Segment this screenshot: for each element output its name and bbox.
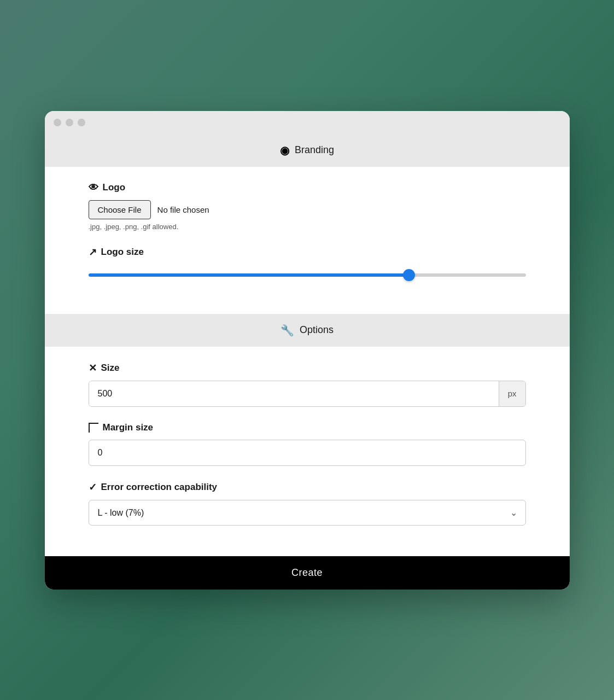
branding-icon: ◉ <box>280 144 289 157</box>
file-hint: .jpg, .jpeg, .png, .gif allowed. <box>89 223 526 231</box>
size-input-wrapper: px <box>89 381 526 407</box>
margin-icon <box>89 423 98 433</box>
error-correction-label-text: Error correction capability <box>101 482 218 493</box>
window-chrome <box>45 111 570 134</box>
size-label-text: Size <box>101 363 120 374</box>
choose-file-button[interactable]: Choose File <box>89 200 151 219</box>
error-correction-select[interactable]: L - low (7%) M - medium (15%) Q - quarti… <box>89 500 526 526</box>
logo-field-group: 👁 Logo Choose File No file chosen .jpg, … <box>89 182 526 231</box>
margin-size-label: Margin size <box>89 422 526 433</box>
slider-container <box>89 265 526 283</box>
logo-size-slider[interactable] <box>89 273 526 277</box>
branding-section-header: ◉ Branding <box>45 134 570 167</box>
eye-icon: 👁 <box>89 182 98 194</box>
logo-size-label-text: Logo size <box>101 247 144 258</box>
error-correction-field-group: ✓ Error correction capability L - low (7… <box>89 481 526 526</box>
content-area: 👁 Logo Choose File No file chosen .jpg, … <box>45 167 570 314</box>
no-file-text: No file chosen <box>157 205 209 214</box>
create-button[interactable]: Create <box>45 556 570 590</box>
size-field-group: ✕ Size px <box>89 362 526 407</box>
options-title: Options <box>300 324 334 336</box>
main-window: ◉ Branding 👁 Logo Choose File No file ch… <box>45 111 570 590</box>
options-content-area: ✕ Size px Margin size ✓ <box>45 347 570 556</box>
logo-label-text: Logo <box>103 182 126 193</box>
error-correction-label: ✓ Error correction capability <box>89 481 526 493</box>
window-dot-minimize <box>66 119 73 126</box>
margin-size-label-text: Margin size <box>103 422 154 433</box>
wrench-icon: 🔧 <box>280 324 294 337</box>
branding-title: Branding <box>295 144 334 156</box>
window-dot-close <box>54 119 61 126</box>
logo-size-label: ↗ Logo size <box>89 246 526 258</box>
error-correction-select-wrapper: L - low (7%) M - medium (15%) Q - quarti… <box>89 500 526 526</box>
file-input-row: Choose File No file chosen <box>89 200 526 219</box>
logo-label: 👁 Logo <box>89 182 526 194</box>
window-dot-maximize <box>78 119 85 126</box>
window-body: ◉ Branding 👁 Logo Choose File No file ch… <box>45 134 570 590</box>
size-input[interactable] <box>89 381 499 406</box>
size-label: ✕ Size <box>89 362 526 374</box>
resize-icon: ↗ <box>89 246 97 258</box>
checkmark-icon: ✓ <box>89 481 97 493</box>
options-section-header: 🔧 Options <box>45 314 570 347</box>
cross-icon: ✕ <box>89 362 97 374</box>
logo-size-field-group: ↗ Logo size <box>89 246 526 283</box>
size-suffix: px <box>499 381 525 406</box>
margin-size-field-group: Margin size <box>89 422 526 466</box>
margin-size-input[interactable] <box>89 440 526 466</box>
